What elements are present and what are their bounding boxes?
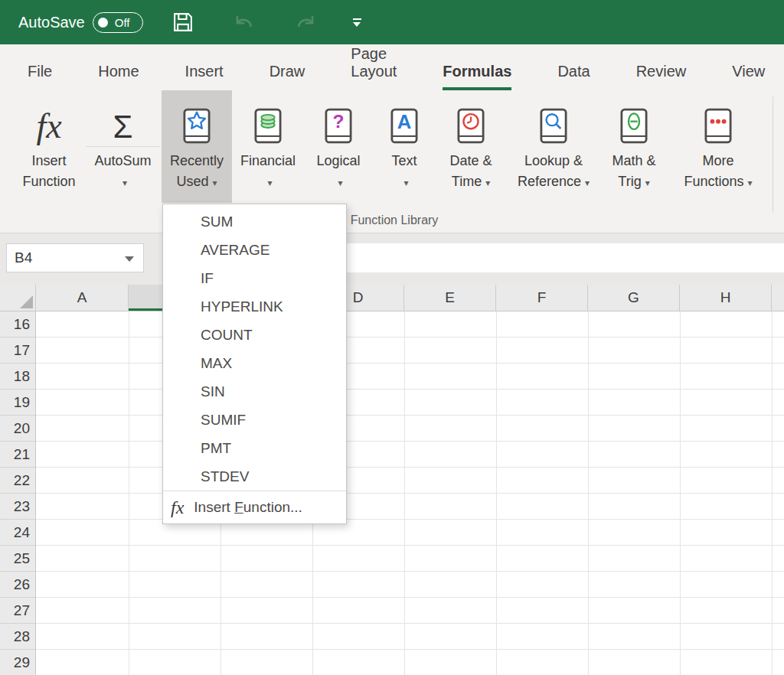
menu-item-average[interactable]: AVERAGE	[163, 236, 346, 264]
menu-item-insert-function[interactable]: fx Insert Function...	[163, 491, 346, 523]
autosave-toggle[interactable]: AutoSave Off	[18, 12, 143, 33]
dropdown-arrow-icon: ▾	[267, 178, 272, 188]
ribbon-button-label: More	[684, 151, 752, 171]
ribbon-button-insert-function[interactable]: fx InsertFunction	[14, 90, 84, 203]
menu-item-if[interactable]: IF	[163, 264, 346, 292]
recently-used-menu: SUMAVERAGEIFHYPERLINKCOUNTMAXSINSUMIFPMT…	[162, 204, 347, 524]
dropdown-arrow-icon: ▾	[122, 178, 127, 188]
dropdown-arrow-icon: ▾	[403, 178, 408, 188]
tab-review[interactable]: Review	[613, 44, 710, 90]
row-header-27[interactable]: 27	[0, 598, 35, 624]
ribbon-button-label: Functions▾	[684, 171, 752, 194]
menu-item-sin[interactable]: SIN	[163, 377, 346, 406]
row-header-28[interactable]: 28	[0, 624, 35, 650]
row-header-17[interactable]: 17	[0, 338, 35, 364]
tab-label: View	[732, 54, 765, 90]
undo-icon	[232, 11, 255, 34]
menu-item-pmt[interactable]: PMT	[163, 434, 346, 462]
ribbon-group-label: Function Library	[351, 214, 439, 227]
row-header-19[interactable]: 19	[0, 390, 35, 416]
tab-formulas[interactable]: Formulas	[420, 44, 534, 90]
row-header-18[interactable]: 18	[0, 364, 35, 390]
tab-home[interactable]: Home	[75, 44, 162, 90]
column-header-partial[interactable]	[772, 285, 784, 311]
row-header-29[interactable]: 29	[0, 650, 35, 675]
svg-text:A: A	[397, 111, 412, 132]
ribbon-button-label: Recently	[170, 151, 224, 171]
tab-label: Review	[636, 54, 687, 90]
ribbon-button-text[interactable]: A Text▾	[374, 90, 434, 203]
row-header-22[interactable]: 22	[0, 468, 35, 494]
ribbon-button-label: Lookup &	[518, 151, 590, 171]
row-header-21[interactable]: 21	[0, 442, 35, 468]
sigma-icon: Σ	[86, 90, 160, 147]
tab-label: Formulas	[443, 54, 511, 90]
autosave-state: Off	[115, 16, 130, 29]
row-header-20[interactable]: 20	[0, 416, 35, 442]
row-header-23[interactable]: 23	[0, 494, 35, 520]
ribbon-button-recently-used[interactable]: RecentlyUsed▾	[162, 90, 232, 203]
column-header-h[interactable]: H	[680, 285, 772, 311]
menu-item-count[interactable]: COUNT	[163, 321, 346, 349]
menu-item-max[interactable]: MAX	[163, 349, 346, 377]
row-headers: 1617181920212223242526272829	[0, 311, 36, 675]
book-star-icon	[162, 90, 232, 147]
tab-label: File	[28, 54, 52, 90]
select-all-button[interactable]	[0, 285, 36, 311]
ribbon-button-label: Reference▾	[518, 171, 590, 194]
tab-insert[interactable]: Insert	[162, 44, 247, 90]
gridline	[772, 311, 773, 675]
tab-label: Home	[98, 54, 139, 90]
ribbon-button-autosum[interactable]: Σ AutoSum▾	[86, 90, 160, 203]
ribbon-button-logical[interactable]: ? Logical▾	[304, 90, 373, 203]
menu-item-sumif[interactable]: SUMIF	[163, 406, 346, 434]
column-header-a[interactable]: A	[36, 285, 129, 311]
book-theta-icon	[601, 90, 667, 147]
ribbon-button-label: Text	[391, 151, 416, 171]
tab-view[interactable]: View	[709, 44, 784, 90]
ribbon-button-label: Time▾	[449, 171, 492, 194]
ribbon-button-label: Logical	[316, 151, 360, 171]
tab-label: Data	[557, 54, 590, 90]
tab-draw[interactable]: Draw	[247, 44, 328, 90]
dropdown-arrow-icon: ▾	[338, 178, 342, 188]
name-box-dropdown-icon[interactable]	[125, 256, 134, 262]
column-headers: ABCDEFGH	[0, 285, 784, 311]
ribbon-button-label: Used▾	[170, 171, 224, 194]
menu-item-stdev[interactable]: STDEV	[163, 462, 346, 491]
ribbon-button-math-trig[interactable]: Math &Trig▾	[601, 90, 667, 203]
dropdown-arrow-icon: ▾	[485, 178, 490, 188]
save-button[interactable]	[171, 10, 195, 34]
redo-button[interactable]	[295, 11, 318, 34]
save-icon	[171, 10, 195, 34]
book-question-icon: ?	[304, 90, 373, 147]
gridline	[404, 311, 405, 675]
column-header-f[interactable]: F	[496, 285, 588, 311]
ribbon-button-date-time[interactable]: Date &Time▾	[436, 90, 506, 203]
undo-button[interactable]	[232, 11, 255, 34]
ribbon-button-label: AutoSum	[94, 151, 151, 171]
row-header-16[interactable]: 16	[0, 311, 35, 338]
name-box[interactable]: B4	[6, 243, 144, 272]
autosave-pill: Off	[93, 12, 143, 33]
ribbon-tabs: FileHomeInsertDrawPage LayoutFormulasDat…	[0, 44, 784, 90]
row-header-24[interactable]: 24	[0, 520, 35, 546]
menu-item-label: Insert Function...	[194, 499, 302, 516]
book-search-icon	[508, 90, 599, 147]
customize-quick-access-toolbar-button[interactable]	[353, 18, 361, 27]
row-header-25[interactable]: 25	[0, 546, 35, 572]
ribbon-button-label: Insert	[22, 151, 75, 171]
tab-file[interactable]: File	[5, 44, 75, 90]
tab-page-layout[interactable]: Page Layout	[328, 44, 420, 90]
tab-data[interactable]: Data	[534, 44, 612, 90]
column-header-e[interactable]: E	[404, 285, 496, 311]
menu-item-hyperlink[interactable]: HYPERLINK	[163, 292, 346, 321]
worksheet-grid[interactable]	[36, 311, 784, 675]
ribbon-button-financial[interactable]: Financial▾	[234, 90, 302, 203]
ribbon-button-lookup-reference[interactable]: Lookup &Reference▾	[508, 90, 599, 203]
column-header-g[interactable]: G	[588, 285, 680, 311]
toggle-knob-icon	[98, 18, 108, 28]
row-header-26[interactable]: 26	[0, 572, 35, 598]
ribbon-button-more-functions[interactable]: MoreFunctions▾	[668, 90, 768, 203]
menu-item-sum[interactable]: SUM	[163, 207, 346, 236]
